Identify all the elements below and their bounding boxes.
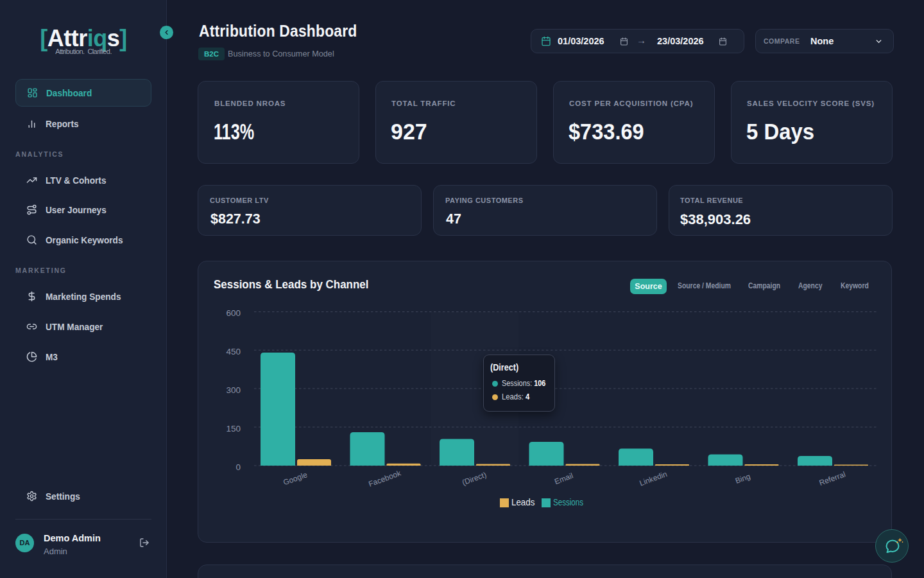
svg-text:Referral: Referral bbox=[818, 469, 847, 487]
svg-text:150: 150 bbox=[226, 424, 241, 434]
svg-text:0: 0 bbox=[235, 462, 241, 472]
svg-text:Google: Google bbox=[282, 470, 309, 487]
svg-text:Bing: Bing bbox=[734, 472, 751, 486]
svg-text:300: 300 bbox=[226, 385, 241, 395]
svg-text:450: 450 bbox=[226, 347, 241, 356]
svg-text:Email: Email bbox=[553, 471, 574, 486]
svg-text:Linkedin: Linkedin bbox=[638, 469, 669, 487]
svg-text:(Direct): (Direct) bbox=[461, 470, 488, 487]
svg-text:Facebook: Facebook bbox=[367, 468, 402, 489]
svg-text:600: 600 bbox=[226, 308, 241, 318]
